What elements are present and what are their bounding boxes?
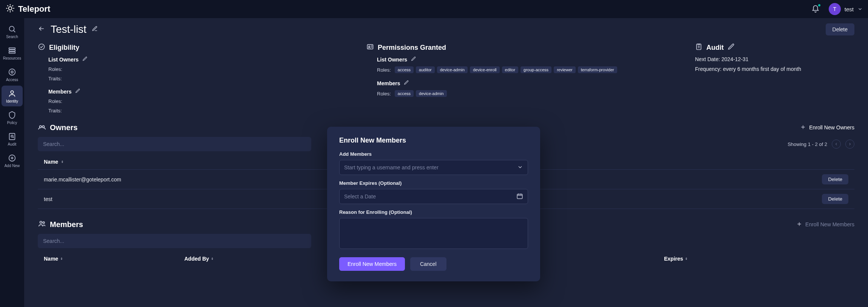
reason-label: Reason for Enrolling (Optional) — [339, 209, 528, 215]
calendar-icon — [516, 193, 523, 201]
svg-rect-19 — [517, 194, 522, 198]
add-members-field[interactable]: Start typing a username and press enter — [339, 160, 528, 175]
member-expires-placeholder: Select a Date — [344, 193, 376, 200]
add-members-placeholder: Start typing a username and press enter — [344, 164, 439, 170]
reason-textarea[interactable] — [339, 218, 528, 249]
cancel-button[interactable]: Cancel — [410, 257, 446, 271]
add-members-label: Add Members — [339, 151, 528, 157]
modal-title: Enroll New Members — [339, 137, 528, 144]
enroll-members-modal: Enroll New Members Add Members Start typ… — [327, 127, 540, 281]
enroll-submit-button[interactable]: Enroll New Members — [339, 257, 405, 271]
modal-overlay: Enroll New Members Add Members Start typ… — [0, 0, 868, 307]
member-expires-label: Member Expires (Optional) — [339, 180, 528, 186]
chevron-down-icon — [517, 164, 523, 171]
member-expires-field[interactable]: Select a Date — [339, 189, 528, 204]
